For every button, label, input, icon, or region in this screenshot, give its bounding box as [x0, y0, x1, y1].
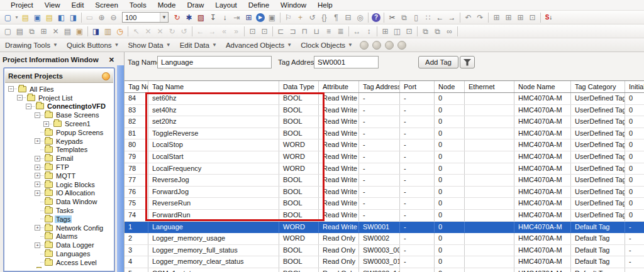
menu-screen[interactable]: Screen	[89, 1, 123, 9]
fit-window-icon[interactable]: ⊞	[379, 26, 391, 37]
simulate-play-icon[interactable]: ▶	[256, 13, 265, 22]
settings-gear-icon[interactable]: ✱	[183, 12, 195, 23]
find-screen-icon[interactable]: ✕	[142, 26, 154, 37]
scheduler-clock-icon[interactable]: ◷	[114, 26, 126, 37]
ungroup-icon[interactable]: ⧉	[431, 26, 443, 37]
sort-tags-icon[interactable]: S↓	[543, 12, 555, 23]
expand-icon[interactable]: +	[35, 182, 40, 187]
table-row-tag-4[interactable]: 4Logger_memory_clear_statusBOOLRead Only…	[125, 256, 644, 268]
recent-projects-header[interactable]: Recent Projects	[5, 70, 113, 83]
column-header-data-type[interactable]: Data Type	[279, 81, 319, 92]
close-icon[interactable]: ✕	[109, 56, 114, 64]
panel-vertical-scrollbar[interactable]	[117, 65, 124, 272]
close-screen-icon[interactable]: ✕	[154, 26, 166, 37]
disc-tool-icon[interactable]: ◎	[354, 12, 366, 23]
collapse-circle-icon[interactable]	[102, 72, 110, 80]
column-header-tag-no[interactable]: Tag No	[125, 81, 148, 92]
menu-help[interactable]: Help	[312, 1, 338, 9]
grid-large-icon[interactable]: ⊞	[514, 12, 526, 23]
rotate-icon[interactable]: ↺	[306, 12, 318, 23]
zoom-in-icon[interactable]: ⊕	[96, 12, 108, 23]
marquee-icon[interactable]: ∷	[422, 12, 434, 23]
screen-add-icon[interactable]: ⊞	[38, 26, 50, 37]
grid-off-icon[interactable]: ⊡	[526, 12, 538, 23]
find-binoculars-icon[interactable]: ∞	[443, 26, 455, 37]
tree-item-data-window[interactable]: −Data Window	[4, 197, 114, 206]
same-height-icon[interactable]: ↕	[363, 26, 375, 37]
window-cursor-icon[interactable]: ▣	[74, 26, 86, 37]
window-new-icon[interactable]: ⊡	[247, 26, 258, 37]
table-row-tag-82[interactable]: 82set20hzBOOLRead Write--0HMC4070A-MUser…	[125, 116, 644, 128]
refresh-cw-icon[interactable]: ↻	[166, 26, 178, 37]
table-row-tag-78[interactable]: 78LocalFrequencyWORDRead Write--0HMC4070…	[125, 163, 644, 175]
table-row-tag-81[interactable]: 81ToggleReverseBOOLRead Write--0HMC4070A…	[125, 128, 644, 140]
tree-item-keypads[interactable]: +Keypads	[4, 137, 114, 146]
expand-icon[interactable]: +	[35, 225, 40, 231]
tree-item-io-allocation[interactable]: +IO Allocation	[4, 189, 114, 198]
refresh-ccw-icon[interactable]: ↺	[178, 26, 190, 37]
expand-icon[interactable]: +	[35, 173, 40, 178]
objectbar-clock-objects[interactable]: Clock Objects▼	[297, 40, 358, 50]
tree-item-alarms[interactable]: −Alarms	[4, 232, 114, 241]
align-bottom-icon[interactable]: ⊔	[311, 26, 323, 37]
grid-medium-icon[interactable]: ⊞	[502, 12, 514, 23]
expand-icon[interactable]: +	[43, 121, 49, 127]
image-library-icon[interactable]: ▨	[195, 12, 207, 23]
align-center-h-icon[interactable]: ≡	[323, 26, 335, 37]
split-view-icon[interactable]: ◫	[391, 26, 403, 37]
nav-first-icon[interactable]: «	[218, 26, 230, 37]
column-header-tag-address[interactable]: Tag Address	[359, 81, 400, 92]
column-header-port[interactable]: Port	[400, 81, 435, 92]
tree-item-languages[interactable]: −Languages	[4, 249, 114, 258]
tree-item-all-files[interactable]: −All Files	[4, 85, 114, 94]
open-screen-icon[interactable]: ▤	[62, 26, 74, 37]
tree-item-popup-screens[interactable]: −Popup Screens	[4, 128, 114, 137]
screen-copy-icon[interactable]: ◨	[67, 12, 79, 23]
language-switch-icon[interactable]: ↻	[171, 12, 183, 23]
column-header-initial-value[interactable]: Initial Value	[625, 81, 644, 92]
table-row-tag-83[interactable]: 83set40hzBOOLRead Write--0HMC4070A-MUser…	[125, 105, 644, 117]
tree-item-connectingtovfd[interactable]: −ConnectingtoVFD	[4, 102, 114, 111]
tree-item-ftp[interactable]: +FTP	[4, 163, 114, 171]
new-file-caret-icon[interactable]: ▾	[14, 12, 19, 23]
tree-item-base-screens[interactable]: −Base Screens	[4, 111, 114, 119]
objectbar-show-data[interactable]: Show Data▼	[124, 40, 175, 50]
zoom-out-icon[interactable]: ⊖	[108, 12, 119, 23]
table-row-tag-5[interactable]: 5COM_1_statusBOOLRead OnlySW0003_14-0HMC…	[125, 268, 644, 272]
tree-item-project-list[interactable]: −Project List	[4, 94, 114, 102]
menu-layout[interactable]: Layout	[209, 1, 243, 9]
expand-icon[interactable]: +	[35, 138, 40, 144]
nav-back-icon[interactable]: ←	[194, 26, 206, 37]
screen-delete-icon[interactable]: ✕	[50, 26, 62, 37]
menu-project[interactable]: Project	[5, 1, 39, 9]
menu-draw[interactable]: Draw	[181, 1, 209, 9]
chart-tool-icon[interactable]: ⊟	[342, 12, 354, 23]
column-header-tag-category[interactable]: Tag Category	[571, 81, 625, 92]
menu-view[interactable]: View	[39, 1, 66, 9]
cut-icon[interactable]: ✂	[386, 12, 398, 23]
tree-item-access-level[interactable]: −Access Level	[4, 258, 114, 267]
tree-item-logic-blocks[interactable]: +Logic Blocks	[4, 180, 114, 189]
copy-icon[interactable]: ⧉	[398, 12, 410, 23]
objectbar-edit-data[interactable]: Edit Data▼	[176, 40, 222, 50]
align-right-icon[interactable]: ⊐	[287, 26, 299, 37]
help-icon[interactable]: ?	[372, 13, 380, 22]
menu-edit[interactable]: Edit	[66, 1, 90, 9]
undo-icon[interactable]: ↶	[462, 12, 474, 23]
menu-window[interactable]: Window	[275, 1, 312, 9]
group-icon[interactable]: ⧉	[419, 26, 431, 37]
print-icon[interactable]: ▭	[84, 12, 96, 23]
table-row-tag-1[interactable]: 1LanguageWORDRead WriteSW0001-0HMC4070A-…	[125, 222, 644, 234]
table-row-tag-74[interactable]: 74ForwardRunBOOLRead Write--0HMC4070A-MU…	[125, 210, 644, 222]
tag-address-input[interactable]	[314, 56, 379, 68]
object-style-4-icon[interactable]	[397, 41, 406, 50]
move-left-icon[interactable]: ←	[434, 12, 446, 23]
move-right-icon[interactable]: →	[446, 12, 458, 23]
nav-last-icon[interactable]: »	[230, 26, 242, 37]
menu-define[interactable]: Define	[243, 1, 275, 9]
same-width-icon[interactable]: ↔	[351, 26, 363, 37]
bracket-tool-icon[interactable]: {}	[318, 12, 330, 23]
table-row-tag-77[interactable]: 77ReverseJogBOOLRead Write--0HMC4070A-MU…	[125, 175, 644, 187]
expand-icon[interactable]: +	[35, 165, 40, 170]
objectbar-drawing-tools[interactable]: Drawing Tools▼	[1, 40, 63, 50]
